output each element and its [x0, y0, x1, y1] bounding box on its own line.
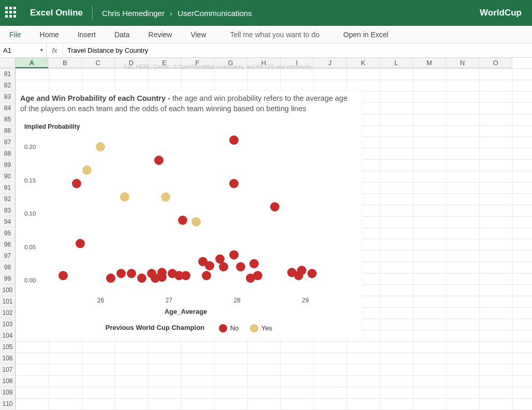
data-point [229, 179, 239, 188]
chevron-right-icon: › [170, 9, 172, 18]
menu-home[interactable]: Home [31, 26, 68, 43]
column-header-M[interactable]: M [413, 58, 446, 68]
x-tick: 29 [302, 297, 308, 304]
row-header-97[interactable]: 97 [0, 250, 16, 262]
chart-object[interactable]: Age and Win Probability of each Country … [16, 90, 362, 339]
y-tick: 0.05 [24, 244, 36, 250]
data-point [157, 272, 167, 282]
row-header-87[interactable]: 87 [0, 136, 16, 148]
divider [92, 6, 93, 20]
row-header-98[interactable]: 98 [0, 262, 16, 273]
menu-bar: File Home Insert Data Review View Tell m… [0, 26, 532, 43]
column-header-L[interactable]: L [380, 58, 413, 68]
app-launcher-icon[interactable] [5, 7, 18, 19]
menu-view[interactable]: View [181, 26, 215, 43]
legend-swatch-yes [250, 324, 258, 332]
row-header-96[interactable]: 96 [0, 239, 16, 250]
row-header-106[interactable]: 106 [0, 353, 16, 364]
row-header-109[interactable]: 109 [0, 387, 16, 398]
chevron-down-icon[interactable]: ▼ [39, 48, 44, 53]
row-header-84[interactable]: 84 [0, 102, 16, 114]
row-header-88[interactable]: 88 [0, 148, 16, 159]
sheet-area: ABCDEFGHIJKLMNO 818283848586878889909192… [0, 58, 532, 410]
app-name: Excel Online [30, 8, 83, 18]
legend-label-yes: Yes [261, 324, 272, 332]
row-header-93[interactable]: 93 [0, 205, 16, 216]
row-headers: 8182838485868788899091929394959697989910… [0, 68, 16, 410]
row-header-107[interactable]: 107 [0, 364, 16, 375]
row-header-102[interactable]: 102 [0, 307, 16, 318]
row-header-89[interactable]: 89 [0, 159, 16, 171]
data-point [297, 266, 306, 275]
row-header-92[interactable]: 92 [0, 193, 16, 205]
menu-file[interactable]: File [0, 26, 31, 43]
x-axis-label: Age_Average [165, 308, 208, 315]
row-header-105[interactable]: 105 [0, 341, 16, 353]
column-header-N[interactable]: N [446, 58, 479, 68]
document-title[interactable]: WorldCup [480, 8, 527, 18]
data-point [154, 156, 164, 165]
legend-title: Previous World Cup Champion [106, 324, 204, 331]
column-header-O[interactable]: O [479, 58, 512, 68]
chart-title-bold: Age and Win Probability of each Country … [20, 94, 172, 102]
data-point [116, 269, 126, 278]
fx-icon[interactable]: fx [47, 43, 63, 57]
column-header-C[interactable]: C [82, 58, 115, 68]
data-point [137, 274, 146, 283]
row-header-91[interactable]: 91 [0, 182, 16, 193]
chart-legend: Previous World Cup Champion No Yes [20, 324, 358, 332]
menu-review[interactable]: Review [139, 26, 182, 43]
row-header-83[interactable]: 83 [0, 91, 16, 102]
breadcrumb-user[interactable]: Chris Hemedinger [102, 9, 165, 18]
grid-body[interactable]: Esri, HERE, Garmin, © OpenStreetMap cont… [16, 68, 532, 410]
menu-data[interactable]: Data [105, 26, 139, 43]
data-point [219, 262, 228, 271]
select-all-corner[interactable] [0, 58, 16, 68]
legend-swatch-no [219, 324, 227, 332]
row-header-99[interactable]: 99 [0, 273, 16, 284]
data-point [191, 217, 201, 226]
row-header-104[interactable]: 104 [0, 330, 16, 341]
row-header-90[interactable]: 90 [0, 171, 16, 182]
x-tick: 26 [97, 297, 104, 304]
data-point [229, 250, 239, 260]
row-header-94[interactable]: 94 [0, 216, 16, 227]
cell-reference-input[interactable] [3, 47, 43, 54]
data-point [229, 135, 239, 145]
y-tick: 0.10 [24, 210, 36, 217]
data-point [270, 202, 279, 211]
row-header-100[interactable]: 100 [0, 284, 16, 296]
menu-insert[interactable]: Insert [68, 26, 105, 43]
data-point [82, 165, 92, 175]
breadcrumb[interactable]: Chris Hemedinger › UserCommunications [102, 9, 252, 18]
formula-input[interactable] [63, 43, 532, 57]
data-point [202, 271, 211, 280]
column-header-K[interactable]: K [347, 58, 380, 68]
row-header-103[interactable]: 103 [0, 318, 16, 330]
legend-label-no: No [230, 324, 239, 332]
row-header-85[interactable]: 85 [0, 114, 16, 125]
row-header-95[interactable]: 95 [0, 227, 16, 239]
row-header-108[interactable]: 108 [0, 375, 16, 387]
data-point [205, 261, 214, 270]
title-bar: Excel Online Chris Hemedinger › UserComm… [0, 0, 532, 26]
row-header-86[interactable]: 86 [0, 125, 16, 136]
column-header-B[interactable]: B [49, 58, 82, 68]
tell-me-search[interactable]: Tell me what you want to do [216, 26, 334, 43]
column-header-A[interactable]: A [16, 58, 49, 68]
plot-area [46, 133, 346, 294]
data-point [120, 192, 129, 202]
breadcrumb-folder[interactable]: UserCommunications [178, 9, 252, 18]
x-tick: 28 [233, 297, 240, 304]
column-header-J[interactable]: J [314, 58, 347, 68]
open-in-excel-button[interactable]: Open in Excel [334, 26, 397, 43]
y-tick: 0.00 [24, 277, 36, 283]
row-header-110[interactable]: 110 [0, 398, 16, 409]
name-box[interactable]: ▼ [0, 43, 47, 57]
chart-title: Age and Win Probability of each Country … [20, 94, 351, 114]
data-point [58, 271, 68, 280]
row-header-81[interactable]: 81 [0, 68, 16, 80]
row-header-82[interactable]: 82 [0, 80, 16, 91]
row-header-101[interactable]: 101 [0, 296, 16, 307]
data-point [236, 262, 245, 271]
